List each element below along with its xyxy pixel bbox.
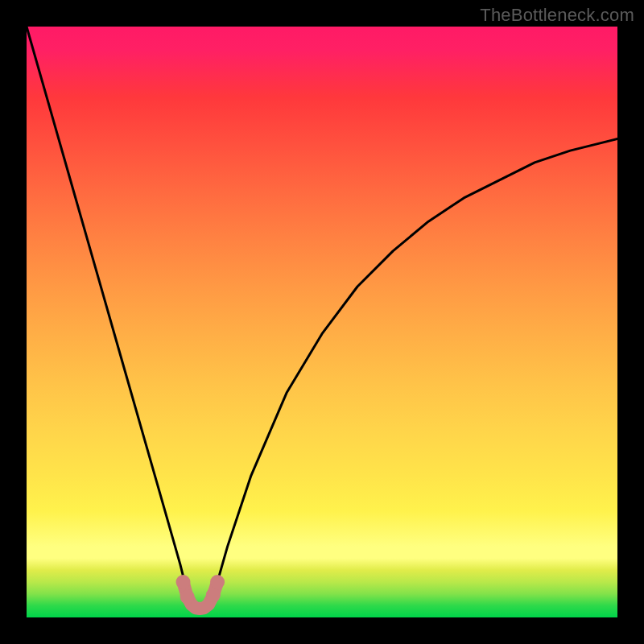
valley-dot [176, 575, 191, 589]
curve-main [27, 27, 617, 609]
plot-area [27, 27, 617, 617]
valley-dot [206, 588, 221, 602]
chart-svg [27, 27, 617, 617]
valley-dot [210, 575, 225, 589]
valley-dot [180, 589, 195, 604]
chart-frame: TheBottleneck.com [0, 0, 644, 644]
watermark-text: TheBottleneck.com [480, 5, 634, 26]
valley-highlight [184, 582, 218, 609]
